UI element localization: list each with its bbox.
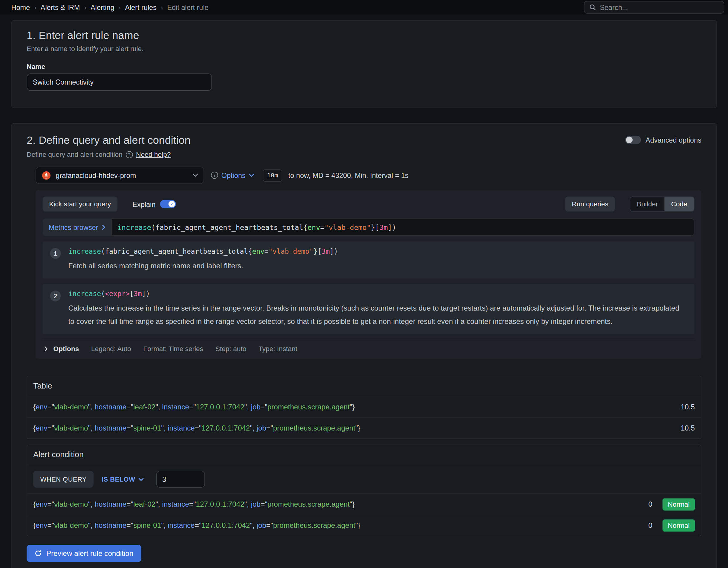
time-range-info: to now, MD = 43200, Min. Interval = 1s <box>288 171 408 179</box>
step-option: Step: auto <box>215 345 246 353</box>
explanation-text: Fetch all series matching metric name an… <box>68 259 687 272</box>
explanation-step-number: 1 <box>50 248 61 259</box>
step2-title: 2. Define query and alert condition <box>27 133 191 147</box>
step2-subtitle: Define query and alert condition <box>27 151 122 158</box>
name-label: Name <box>27 63 701 70</box>
chevron-right-icon <box>44 346 48 351</box>
promql-query-text: increase(fabric_agent_agent_heartbeats_t… <box>118 223 396 231</box>
alert-instance-row: {env="vlab-demo", hostname="spine-01", i… <box>27 515 701 536</box>
series-value: 0 <box>648 500 652 508</box>
series-value: 10.5 <box>681 403 695 411</box>
chevron-down-icon <box>249 174 254 177</box>
options-row-label: Options <box>53 345 79 353</box>
breadcrumb-separator-icon: › <box>161 4 163 11</box>
step1-title: 1. Enter alert rule name <box>27 28 701 42</box>
series-labels: {env="vlab-demo", hostname="spine-01", i… <box>33 424 681 432</box>
global-search[interactable] <box>584 1 724 14</box>
code-mode-option[interactable]: Code <box>665 197 694 211</box>
promql-query-input[interactable]: increase(fabric_agent_agent_heartbeats_t… <box>111 218 694 236</box>
threshold-input[interactable] <box>156 471 205 488</box>
breadcrumb-separator-icon: › <box>119 4 121 11</box>
breadcrumb-alert-rules[interactable]: Alert rules <box>125 3 157 11</box>
chevron-right-icon <box>102 224 105 230</box>
breadcrumb-separator-icon: › <box>34 4 36 11</box>
query-result-table: Table {env="vlab-demo", hostname="leaf-0… <box>27 376 701 439</box>
state-badge: Normal <box>663 519 695 531</box>
table-row: {env="vlab-demo", hostname="spine-01", i… <box>27 418 701 439</box>
query-options-dropdown[interactable]: i Options <box>211 171 254 179</box>
builder-code-switch: Builder Code <box>630 197 694 212</box>
toggle-knob: ✓ <box>169 201 175 207</box>
explanation-code: increase(<expr>[3m]) <box>68 290 687 298</box>
explain-label: Explain <box>133 200 156 208</box>
prometheus-icon <box>42 171 51 180</box>
explanation-code: increase(fabric_agent_agent_heartbeats_t… <box>68 247 687 255</box>
type-option: Type: Instant <box>259 345 298 353</box>
query-options-label: Options <box>221 171 246 179</box>
preview-alert-rule-condition-button[interactable]: Preview alert rule condition <box>27 545 141 562</box>
datasource-picker[interactable]: grafanacloud-hhdev-prom <box>36 166 204 184</box>
table-row: {env="vlab-demo", hostname="leaf-02", in… <box>27 396 701 418</box>
series-labels: {env="vlab-demo", hostname="spine-01", i… <box>33 521 648 530</box>
breadcrumb-alerts-irm[interactable]: Alerts & IRM <box>40 3 80 11</box>
explain-toggle[interactable]: ✓ <box>160 200 176 208</box>
advanced-options-toggle[interactable] <box>625 136 641 144</box>
query-explanation-step-1: 1 increase(fabric_agent_agent_heartbeats… <box>43 241 694 278</box>
alert-rule-name-input[interactable] <box>27 73 212 91</box>
preview-button-label: Preview alert rule condition <box>46 549 133 558</box>
step2-panel: 2. Define query and alert condition Adva… <box>11 123 717 568</box>
breadcrumb-alerting[interactable]: Alerting <box>91 3 114 11</box>
advanced-options-label: Advanced options <box>646 136 701 144</box>
need-help-link[interactable]: Need help? <box>136 151 171 158</box>
time-range-badge: 10m <box>263 169 282 181</box>
chevron-down-icon <box>138 478 143 481</box>
query-editor-card: Kick start your query Explain ✓ Run quer… <box>36 190 701 359</box>
chevron-down-icon <box>193 174 198 177</box>
help-question-icon: ? <box>126 151 133 158</box>
explanation-text: Calculates the increase in the time seri… <box>68 302 687 328</box>
sync-icon <box>35 550 42 557</box>
search-input[interactable] <box>600 3 719 11</box>
series-value: 0 <box>648 521 652 530</box>
alert-instance-row: {env="vlab-demo", hostname="leaf-02", in… <box>27 494 701 515</box>
alert-condition-title: Alert condition <box>27 445 701 465</box>
operator-label: IS BELOW <box>101 476 135 483</box>
kick-start-query-button[interactable]: Kick start your query <box>43 197 118 212</box>
alert-condition-panel: Alert condition WHEN QUERY IS BELOW {env… <box>27 444 701 536</box>
legend-option: Legend: Auto <box>91 345 131 353</box>
grafana-alert-rule-editor: Home › Alerts & IRM › Alerting › Alert r… <box>0 0 728 568</box>
run-queries-button[interactable]: Run queries <box>565 197 615 212</box>
builder-mode-option[interactable]: Builder <box>630 197 665 211</box>
condition-operator-select[interactable]: IS BELOW <box>101 476 143 483</box>
series-labels: {env="vlab-demo", hostname="leaf-02", in… <box>33 403 681 411</box>
top-nav-bar: Home › Alerts & IRM › Alerting › Alert r… <box>0 0 728 15</box>
search-icon <box>589 4 596 11</box>
query-options-collapsed-row[interactable]: Options Legend: Auto Format: Time series… <box>43 340 694 356</box>
state-badge: Normal <box>663 498 695 510</box>
series-value: 10.5 <box>681 424 695 432</box>
query-explanation-step-2: 2 increase(<expr>[3m]) Calculates the in… <box>43 284 694 334</box>
metrics-browser-label: Metrics browser <box>49 223 98 231</box>
format-option: Format: Time series <box>143 345 203 353</box>
breadcrumb-home[interactable]: Home <box>11 3 30 11</box>
explanation-step-number: 2 <box>50 291 61 302</box>
breadcrumb-edit-alert-rule: Edit alert rule <box>167 3 208 11</box>
step1-subtitle: Enter a name to identify your alert rule… <box>27 45 701 53</box>
table-panel-title: Table <box>27 376 701 396</box>
when-query-chip: WHEN QUERY <box>33 471 94 488</box>
series-labels: {env="vlab-demo", hostname="leaf-02", in… <box>33 500 648 508</box>
datasource-name: grafanacloud-hhdev-prom <box>56 171 136 179</box>
breadcrumb-separator-icon: › <box>84 4 86 11</box>
metrics-browser-button[interactable]: Metrics browser <box>43 218 111 236</box>
step1-panel: 1. Enter alert rule name Enter a name to… <box>11 20 717 108</box>
info-icon: i <box>211 172 218 179</box>
toggle-knob <box>626 137 633 143</box>
breadcrumb: Home › Alerts & IRM › Alerting › Alert r… <box>11 3 208 11</box>
